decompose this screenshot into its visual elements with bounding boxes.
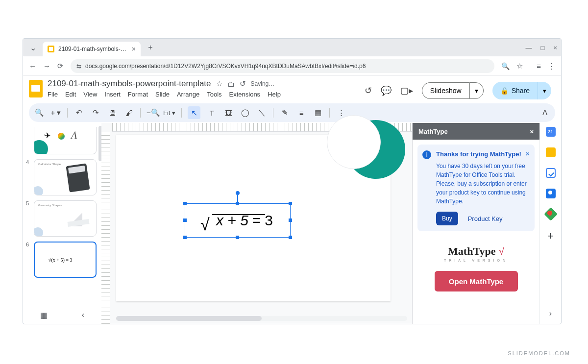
mathtype-logo: MathType √ TRIAL VERSION xyxy=(417,245,535,262)
share-button[interactable]: 🔒 Share xyxy=(492,82,538,99)
cloud-status-icon[interactable]: ↺ xyxy=(240,79,246,88)
new-tab-icon[interactable]: + xyxy=(145,42,156,53)
logo-text: MathType xyxy=(448,245,495,257)
notice-body: You have 30 days left on your free MathT… xyxy=(436,162,529,206)
menu-help[interactable]: Help xyxy=(268,91,281,98)
tasks-icon[interactable] xyxy=(546,168,556,178)
more-tools-icon[interactable]: ⋮ xyxy=(336,108,346,117)
slide-decor-icon xyxy=(327,115,381,169)
keep-icon[interactable] xyxy=(546,147,556,157)
close-window-icon[interactable]: × xyxy=(553,44,557,51)
select-tool-icon[interactable]: ↖ xyxy=(188,106,200,119)
decor-icon xyxy=(34,140,48,154)
logo-check-icon: √ xyxy=(499,246,504,257)
search-menus-icon[interactable]: 🔍 xyxy=(34,108,45,117)
new-slide-icon[interactable]: + ▾ xyxy=(50,108,61,117)
transition-icon[interactable]: ▦ xyxy=(313,108,323,117)
prev-slide-icon[interactable]: ‹ xyxy=(82,311,84,320)
thumb-row: 6 √(x + 5) = 3 xyxy=(26,242,98,278)
history-icon[interactable]: ↺ xyxy=(365,85,372,96)
equation-object-selected[interactable]: √ x + 5 = 3 xyxy=(185,203,291,238)
dismiss-notice-icon[interactable]: × xyxy=(525,149,530,158)
slide-thumbnail[interactable]: Calculator Shape xyxy=(34,159,97,195)
shape-icon[interactable]: ◯ xyxy=(240,108,250,117)
grid-view-icon[interactable]: ▦ xyxy=(40,311,48,320)
undo-icon[interactable]: ↶ xyxy=(74,108,84,117)
star-icon[interactable]: ☆ xyxy=(216,79,222,88)
maximize-icon[interactable]: □ xyxy=(541,44,545,51)
menu-slide[interactable]: Slide xyxy=(155,91,170,98)
menu-extensions[interactable]: Extensions xyxy=(229,91,261,98)
resize-handle-icon[interactable] xyxy=(236,202,239,205)
slide-thumbnail[interactable]: Geometry Shapes xyxy=(34,200,97,237)
share-label: Share xyxy=(512,87,530,95)
hide-menus-icon[interactable]: ᐱ xyxy=(539,108,550,117)
resize-handle-icon[interactable] xyxy=(183,236,187,239)
close-panel-icon[interactable]: × xyxy=(530,128,534,135)
slideshow-dropdown-icon[interactable]: ▾ xyxy=(469,82,484,99)
slide-thumbnail-selected[interactable]: √(x + 5) = 3 xyxy=(34,242,97,278)
ruler-vertical[interactable] xyxy=(101,132,110,324)
open-mathtype-button[interactable]: Open MathType xyxy=(435,271,518,291)
side-panel-icon[interactable]: ≡ xyxy=(537,62,541,70)
paint-format-icon[interactable]: 🖌 xyxy=(123,109,134,117)
minimize-icon[interactable]: — xyxy=(526,44,532,51)
rotate-handle-icon[interactable] xyxy=(236,191,240,195)
contacts-icon[interactable] xyxy=(546,189,556,198)
url-field[interactable]: ⇆ docs.google.com/presentation/d/1D12V2W… xyxy=(71,59,494,73)
line-icon[interactable]: ＼ xyxy=(256,108,267,118)
menu-insert[interactable]: Insert xyxy=(104,91,121,98)
thumb-number: 5 xyxy=(26,200,31,206)
menu-view[interactable]: View xyxy=(83,91,97,98)
canvas-scrollbar[interactable] xyxy=(116,316,407,321)
comments-icon[interactable]: 💬 xyxy=(381,85,392,96)
calendar-icon[interactable] xyxy=(546,127,556,137)
menu-edit[interactable]: Edit xyxy=(65,91,76,98)
align-icon[interactable]: ≡ xyxy=(296,109,307,117)
document-title[interactable]: 2109-01-math-symbols-powerpoint-template xyxy=(48,79,211,89)
zoom-select[interactable]: Fit ▾ xyxy=(163,109,175,117)
resize-handle-icon[interactable] xyxy=(289,202,292,205)
slide-canvas[interactable]: √ x + 5 = 3 xyxy=(116,135,391,301)
menu-tools[interactable]: Tools xyxy=(207,91,221,98)
site-info-icon[interactable]: ⇆ xyxy=(76,63,81,70)
radical-icon: √ xyxy=(200,215,210,234)
image-icon[interactable]: 🖼 xyxy=(223,109,234,117)
slideshow-group: Slideshow ▾ xyxy=(422,82,484,99)
zoom-out-icon[interactable]: −🔍 xyxy=(147,108,157,117)
move-icon[interactable]: 🗀 xyxy=(227,80,235,88)
slides-logo-icon[interactable] xyxy=(29,80,43,97)
slideshow-button[interactable]: Slideshow xyxy=(422,82,469,99)
menu-format[interactable]: Format xyxy=(128,91,148,98)
maps-icon[interactable] xyxy=(543,207,557,221)
resize-handle-icon[interactable] xyxy=(289,236,292,239)
pen-icon[interactable]: ✎ xyxy=(279,108,290,117)
back-icon[interactable]: ← xyxy=(29,62,36,70)
present-cam-icon[interactable]: ▢▸ xyxy=(400,85,413,96)
menu-file[interactable]: File xyxy=(48,91,58,98)
resize-handle-icon[interactable] xyxy=(289,218,292,222)
browser-menu-icon[interactable]: ⋮ xyxy=(548,62,555,71)
bookmark-star-icon[interactable]: ☆ xyxy=(516,62,523,71)
add-addon-icon[interactable]: + xyxy=(547,230,554,243)
redo-icon[interactable]: ↷ xyxy=(90,108,101,117)
menu-arrange[interactable]: Arrange xyxy=(177,91,199,98)
print-icon[interactable]: 🖶 xyxy=(107,109,118,117)
close-tab-icon[interactable]: × xyxy=(132,45,136,53)
forward-icon[interactable]: → xyxy=(43,62,50,70)
browser-tab[interactable]: 2109-01-math-symbols-powerp × xyxy=(43,42,141,56)
resize-handle-icon[interactable] xyxy=(236,236,239,239)
reload-icon[interactable]: ⟳ xyxy=(57,62,64,71)
tabs-dropdown-icon[interactable]: ⌄ xyxy=(27,42,39,53)
zoom-indicator-icon[interactable]: 🔍 xyxy=(501,62,510,70)
collapse-rail-icon[interactable]: › xyxy=(549,309,552,318)
share-dropdown-icon[interactable]: ▾ xyxy=(538,82,551,99)
slide-thumbnail[interactable]: ✈ 𝛬 xyxy=(34,127,97,154)
resize-handle-icon[interactable] xyxy=(183,218,187,222)
textbox-icon[interactable]: T xyxy=(206,109,217,117)
buy-button[interactable]: Buy xyxy=(436,212,458,225)
product-key-link[interactable]: Product Key xyxy=(468,215,503,222)
panel-title: MathType xyxy=(418,128,448,135)
lock-icon: 🔒 xyxy=(500,87,509,95)
resize-handle-icon[interactable] xyxy=(183,202,187,205)
